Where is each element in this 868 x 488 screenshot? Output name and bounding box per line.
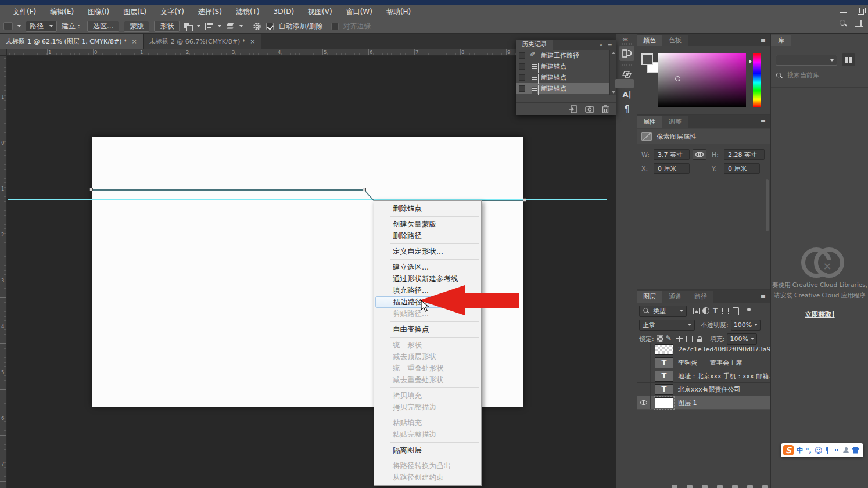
context-menu-item[interactable]: 拷贝完整描边 [374, 401, 481, 413]
x-field[interactable]: 0 厘米 [654, 163, 690, 174]
context-menu-item[interactable]: 创建矢量蒙版 [374, 218, 481, 230]
layer-row[interactable]: 地址：北京xxx 手机：xxx 邮箱... [637, 369, 770, 383]
menu-bar-item[interactable]: 滤镜(T) [229, 5, 267, 19]
layer-thumbnail[interactable] [655, 357, 673, 368]
restore-icon[interactable] [858, 9, 865, 15]
menu-bar-item[interactable]: 选择(S) [191, 5, 229, 19]
filter-type-layers-icon[interactable] [712, 307, 719, 315]
opacity-field[interactable]: 100% [731, 320, 761, 331]
trash-icon[interactable] [602, 105, 609, 113]
layer-thumbnail[interactable] [655, 344, 673, 355]
color-saturation-field[interactable] [658, 53, 746, 107]
layer-visibility-well[interactable] [637, 396, 651, 409]
menu-bar-item[interactable]: 文件(F) [6, 5, 43, 19]
path-mode-select[interactable]: 路径 [26, 21, 57, 32]
gear-icon[interactable] [253, 22, 261, 31]
context-menu-item[interactable]: 粘贴填充 [374, 417, 481, 429]
context-menu-item[interactable]: 统一形状 [374, 339, 481, 351]
layer-row[interactable]: 图层 1 [637, 396, 770, 410]
tab-swatches[interactable]: 色板 [662, 35, 688, 46]
scrollbar-thumb[interactable] [615, 79, 634, 88]
close-tab-icon[interactable]: × [250, 38, 255, 45]
panel-menu-icon[interactable]: ≡ [761, 37, 766, 44]
history-scrollbar[interactable] [609, 50, 616, 95]
layer-visibility-well[interactable] [637, 369, 651, 382]
library-select[interactable] [776, 55, 837, 66]
get-now-link[interactable]: 立即获取! [805, 309, 834, 321]
width-field[interactable]: 3.7 英寸 [654, 149, 690, 160]
layer-visibility-well[interactable] [637, 356, 651, 369]
context-menu-item[interactable]: 拷贝填充 [374, 390, 481, 401]
history-state-row[interactable]: 新建锚点 [516, 83, 609, 94]
work-path-segment[interactable] [91, 189, 364, 191]
history-state-row[interactable]: 新建锚点 [516, 72, 609, 83]
history-source-checkbox[interactable] [519, 52, 525, 59]
input-mode-toggle[interactable]: 中 [797, 446, 803, 455]
new-document-from-state-icon[interactable] [569, 105, 578, 113]
lock-transparent-pixels-icon[interactable] [657, 335, 663, 342]
layer-filter-select[interactable]: 类型 [639, 306, 687, 317]
lock-all-icon[interactable] [695, 335, 703, 343]
make-selection-button[interactable]: 选区... [87, 21, 119, 32]
context-menu-item[interactable]: 隔离图层 [374, 444, 481, 456]
tab-layers[interactable]: 图层 [637, 291, 662, 303]
link-dimensions-icon[interactable] [693, 149, 706, 160]
blend-mode-select[interactable]: 正常 [639, 320, 695, 331]
history-panel-icon[interactable] [619, 46, 634, 61]
layer-thumbnail[interactable] [655, 371, 673, 382]
microphone-icon[interactable] [825, 447, 830, 454]
guide-line[interactable] [8, 182, 607, 182]
context-menu-item[interactable]: 减去重叠处形状 [374, 374, 481, 386]
history-source-checkbox[interactable] [519, 63, 525, 70]
color-picker-marker[interactable] [675, 76, 680, 81]
filter-shape-layers-icon[interactable] [722, 307, 729, 315]
history-state-row[interactable]: 新建工作路径 [516, 50, 609, 61]
tab-history[interactable]: 历史记录 [516, 40, 553, 50]
workspace-panel-icon[interactable] [855, 20, 863, 27]
context-menu-item[interactable]: 建立选区... [374, 261, 481, 273]
layer-thumbnail[interactable] [655, 397, 673, 408]
path-arrangement-icon[interactable] [226, 23, 235, 30]
paragraph-panel-icon[interactable]: ¶ [619, 102, 634, 117]
minimize-icon[interactable] [840, 9, 847, 15]
skin-icon[interactable] [852, 447, 859, 454]
punctuation-toggle-icon[interactable]: °, [806, 447, 812, 454]
layer-visibility-well[interactable] [637, 343, 651, 356]
guide-line[interactable] [8, 192, 607, 192]
layer-row[interactable]: 李狗蛋 董事会主席 [637, 356, 770, 369]
menu-bar-item[interactable]: 图像(I) [81, 5, 116, 19]
scroll-up-icon[interactable] [612, 52, 615, 54]
collapse-panel-icon[interactable]: » [599, 42, 602, 48]
filter-smart-objects-icon[interactable] [731, 307, 739, 315]
search-icon[interactable] [840, 20, 847, 27]
character-panel-icon[interactable]: A| [619, 87, 634, 102]
emoji-icon[interactable]: ☺ [815, 446, 823, 455]
tab-properties[interactable]: 属性 [637, 116, 662, 128]
lock-image-pixels-icon[interactable] [666, 335, 673, 343]
context-menu-item[interactable]: 统一重叠处形状 [374, 363, 481, 374]
document-tab[interactable]: 未标题-1 @ 62.1% (图层 1, CMYK/8#) * × [0, 34, 144, 49]
path-anchor-point[interactable] [523, 198, 526, 202]
hue-slider-marker[interactable] [749, 59, 752, 64]
tab-color[interactable]: 颜色 [637, 35, 662, 46]
menu-bar-item[interactable]: 帮助(H) [379, 5, 418, 19]
history-source-checkbox[interactable] [519, 74, 525, 81]
context-menu-item[interactable]: 通过形状新建参考线 [374, 273, 481, 285]
panel-menu-icon[interactable]: ≡ [608, 42, 612, 48]
menu-bar-item[interactable]: 文字(Y) [153, 5, 191, 19]
context-menu-item[interactable]: 删除锚点 [374, 203, 481, 214]
context-menu-item[interactable]: 删除路径 [374, 230, 481, 242]
tab-channels[interactable]: 通道 [662, 291, 688, 303]
context-menu-item[interactable]: 粘贴完整描边 [374, 429, 481, 440]
collapse-dock-icon[interactable]: «« [622, 36, 627, 42]
lock-artboard-icon[interactable] [686, 335, 693, 343]
path-anchor-point[interactable] [89, 188, 93, 191]
layer-visibility-well[interactable] [637, 383, 651, 396]
account-icon[interactable] [843, 447, 849, 454]
layers-panel-footer-icons[interactable] [637, 485, 770, 488]
history-source-checkbox[interactable] [519, 85, 525, 92]
grid-view-icon[interactable] [842, 53, 855, 66]
menu-bar-item[interactable]: 窗口(W) [339, 5, 379, 19]
tab-paths[interactable]: 路径 [688, 291, 713, 303]
document-tab[interactable]: 未标题-2 @ 66.7%(CMYK/8#) * × [144, 34, 262, 49]
